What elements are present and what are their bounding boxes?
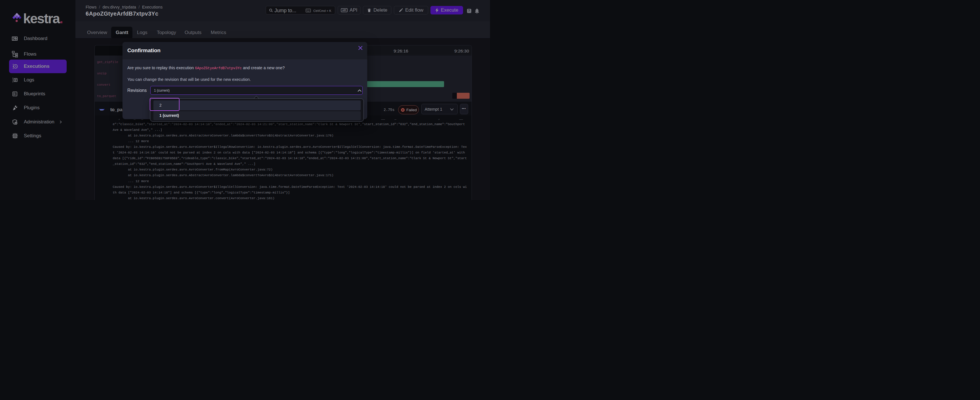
svg-text:API: API (342, 9, 346, 12)
svg-text:AVRO: AVRO (100, 109, 104, 110)
